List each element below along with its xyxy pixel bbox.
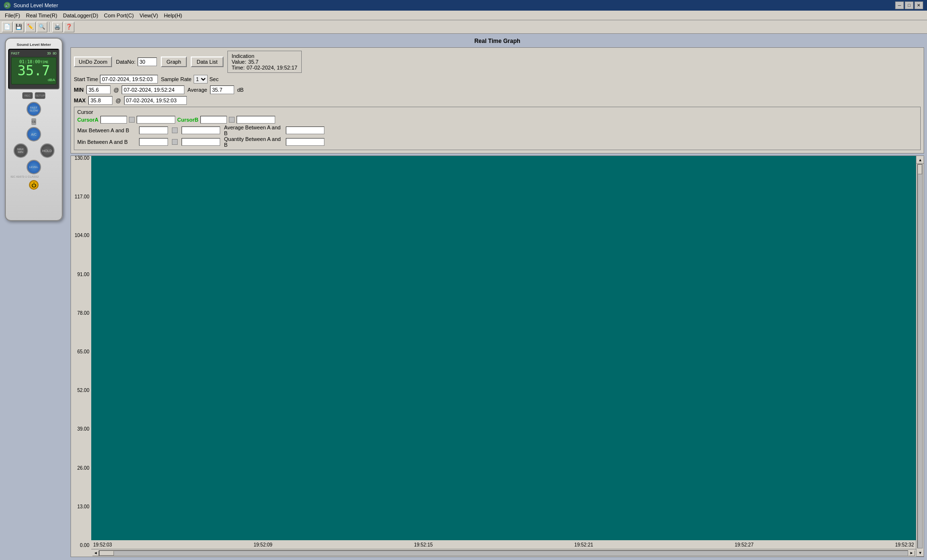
samplerate-label: Sample Rate — [161, 76, 192, 82]
avg-between-input[interactable] — [286, 126, 324, 134]
samplerate-group: Sample Rate 1 2 5 Sec — [161, 75, 219, 84]
v-scroll-thumb[interactable] — [918, 165, 922, 174]
indication-value: 35.7 — [248, 59, 258, 65]
x-axis-labels: 19:52:03 19:52:09 19:52:15 19:52:21 19:5… — [91, 540, 916, 549]
new-button[interactable]: 📄 — [2, 22, 13, 32]
cursor-section: Cursor CursorA CursorB Max Between A and… — [74, 107, 921, 150]
min-between-input1[interactable] — [139, 138, 168, 146]
y-label-0: 0.00 — [71, 543, 91, 548]
menu-datalogger[interactable]: DataLogger(D) — [60, 12, 101, 19]
min-between-dot — [172, 139, 178, 145]
cursor-a-input1[interactable] — [100, 116, 127, 124]
max-between-input1[interactable] — [139, 126, 168, 134]
datano-group: DataNo: — [116, 57, 156, 66]
menu-bar: File(F) Real Time(R) DataLogger(D) Com P… — [0, 11, 927, 20]
undo-zoom-button[interactable]: UnDo Zoom — [74, 56, 112, 67]
toolbar: 📄 💾 ✏️ 🔍 🖨️ ❓ — [0, 20, 927, 34]
close-button[interactable]: ✕ — [914, 1, 923, 9]
cursor-b-color — [229, 117, 235, 123]
starttime-input[interactable] — [100, 75, 158, 84]
sec-label: Sec — [210, 76, 219, 82]
qty-between-label: Quantity Between A and B — [224, 136, 282, 148]
controls-row1: UnDo Zoom DataNo: Graph Data List Indica… — [74, 51, 921, 73]
indication-value-label: Value: — [232, 59, 246, 65]
menu-file[interactable]: File(F) — [2, 12, 23, 19]
graph-svg — [91, 156, 916, 540]
qty-between-input[interactable] — [286, 138, 324, 146]
cursor-a-label: CursorA — [77, 117, 98, 123]
restore-button[interactable]: □ — [905, 1, 913, 9]
main-content: Sound Level Meter FAST 39 80 01:18:00TIM… — [0, 34, 927, 560]
min-value-input[interactable] — [86, 85, 111, 94]
cursor-a-value[interactable] — [137, 116, 175, 124]
max-value-input[interactable] — [88, 96, 112, 105]
samplerate-select[interactable]: 1 2 5 — [194, 75, 208, 84]
controls-row2: Start Time Sample Rate 1 2 5 Sec — [74, 75, 921, 84]
graph-button[interactable]: Graph — [161, 56, 187, 67]
average-label: Average — [187, 87, 207, 93]
cursor-b-value[interactable] — [237, 116, 275, 124]
average-input[interactable] — [210, 85, 234, 94]
toolbar-separator — [49, 22, 50, 32]
meter-ac-btn[interactable]: A/C — [27, 127, 41, 141]
avg-between-label: Average Between A and B — [224, 125, 282, 136]
minimize-button[interactable]: ─ — [895, 1, 904, 9]
meter-setup-btn[interactable]: SETUP — [35, 92, 45, 99]
meter-power-btn[interactable]: ⏻ — [29, 180, 39, 190]
menu-help[interactable]: Help(H) — [161, 12, 185, 19]
h-scrollbar[interactable]: ◄ ► — [91, 549, 916, 557]
meter-rec-btn[interactable]: REC — [22, 92, 33, 99]
cursor-title: Cursor — [77, 109, 917, 115]
meter-bar-min: 39 — [47, 52, 51, 55]
controls-row3: MIN @ Average dB — [74, 85, 921, 94]
indication-title: Indication — [232, 53, 297, 59]
h-scroll-track[interactable] — [99, 550, 908, 556]
scroll-left-arrow[interactable]: ◄ — [92, 550, 99, 556]
meter-level-btn[interactable]: LEVEL — [27, 160, 41, 174]
max-between-input2[interactable] — [182, 126, 220, 134]
datano-input[interactable] — [138, 57, 157, 66]
meter-hold-btn[interactable]: HOLD — [40, 143, 55, 158]
starttime-label: Start Time — [74, 76, 98, 82]
y-label-130: 130.00 — [71, 156, 91, 161]
y-label-26: 26.00 — [71, 466, 91, 471]
menu-comport[interactable]: Com Port(C) — [101, 12, 137, 19]
y-label-52: 52.00 — [71, 388, 91, 393]
meter-iec: IEC 61672-1 CLASS2 — [9, 175, 59, 178]
edit-button[interactable]: ✏️ — [25, 22, 36, 32]
cursor-b-input1[interactable] — [200, 116, 227, 124]
graph-plot[interactable] — [91, 156, 916, 540]
data-list-button[interactable]: Data List — [191, 56, 223, 67]
min-time-input[interactable] — [122, 85, 184, 94]
meter-maxmin-btn[interactable]: MAXMIN — [14, 143, 28, 158]
meter-fast-slow-btn[interactable]: FASTSLOW — [27, 102, 41, 116]
meter-btn-row: REC SETUP — [22, 92, 45, 99]
y-label-91: 91.00 — [71, 272, 91, 277]
min-between-input2[interactable] — [182, 138, 220, 146]
max-at-sign: @ — [115, 98, 121, 103]
max-label: MAX — [74, 98, 85, 103]
max-time-input[interactable] — [124, 96, 187, 105]
save-button[interactable]: 💾 — [14, 22, 24, 32]
h-scroll-thumb[interactable] — [99, 551, 114, 556]
y-label-65: 65.00 — [71, 350, 91, 354]
meter-title: Sound Level Meter — [16, 42, 51, 47]
indication-value-row: Value: 35.7 — [232, 59, 297, 65]
help-button[interactable]: ❓ — [64, 22, 74, 32]
scroll-up-arrow[interactable]: ▲ — [916, 156, 924, 164]
datano-label: DataNo: — [116, 59, 135, 65]
x-label-5: 19:52:32 — [895, 542, 914, 547]
right-panel: Real Time Graph UnDo Zoom DataNo: Graph … — [68, 34, 927, 560]
indication-time-row: Time: 07-02-2024, 19:52:17 — [232, 65, 297, 70]
scroll-right-arrow[interactable]: ► — [908, 550, 915, 556]
v-scroll-track[interactable] — [917, 164, 923, 548]
min-label: MIN — [74, 87, 84, 93]
zoom-button[interactable]: 🔍 — [37, 22, 47, 32]
scroll-down-arrow[interactable]: ▼ — [916, 549, 924, 557]
print-button[interactable]: 🖨️ — [52, 22, 63, 32]
menu-view[interactable]: View(V) — [137, 12, 161, 19]
app-icon: 🔊 — [4, 2, 11, 9]
v-scrollbar[interactable]: ▲ ▼ — [916, 156, 924, 557]
controls-row4: MAX @ — [74, 96, 921, 105]
menu-realtime[interactable]: Real Time(R) — [23, 12, 60, 19]
